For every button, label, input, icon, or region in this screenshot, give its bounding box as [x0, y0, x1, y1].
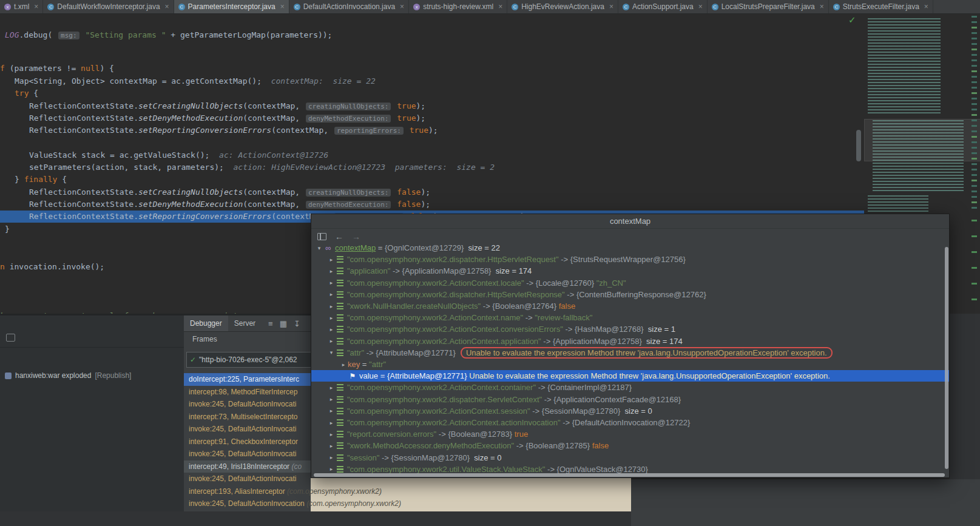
popup-vertical-scrollbar[interactable] — [945, 247, 948, 469]
variable-row[interactable]: ▾∞contextMap = {OgnlContext@12729} size … — [311, 242, 949, 254]
chevron-right-icon[interactable]: ▸ — [327, 420, 336, 426]
stripe-mark[interactable] — [972, 283, 977, 285]
stripe-mark[interactable] — [972, 49, 977, 50]
variable-row[interactable]: ▸"com.opensymphony.xwork2.ActionContext.… — [311, 277, 949, 289]
stripe-mark[interactable] — [972, 32, 977, 34]
variable-row[interactable]: ▸"xwork.MethodAccessor.denyMethodExecuti… — [311, 440, 949, 451]
chevron-right-icon[interactable]: ▸ — [327, 268, 336, 274]
tab-close-icon[interactable]: × — [34, 2, 38, 11]
frame-row[interactable]: invoke:245, DefaultActionInvocati — [184, 448, 311, 460]
stripe-mark[interactable] — [972, 92, 977, 94]
variable-row[interactable]: ▸"xwork.NullHandler.createNullObjects" -… — [311, 300, 949, 312]
editor-vertical-scrollbar[interactable] — [856, 130, 861, 161]
variable-row[interactable]: ▸"com.opensymphony.xwork2.ActionContext.… — [311, 405, 949, 417]
editor-tab[interactable]: CHighEvReviewAction.java× — [507, 0, 618, 13]
stripe-mark[interactable] — [972, 16, 977, 18]
editor-tab[interactable]: CDefaultActionInvocation.java× — [289, 0, 409, 13]
thread-selector[interactable]: ✓ "http-bio-7026-exec-5"@2,062 — [186, 352, 312, 368]
chevron-right-icon[interactable]: ▸ — [327, 396, 336, 402]
layout-icon[interactable]: ▦ — [280, 319, 287, 328]
chevron-right-icon[interactable]: ▸ — [327, 326, 336, 332]
chevron-right-icon[interactable]: ▸ — [327, 443, 336, 449]
chevron-right-icon[interactable]: ▸ — [327, 454, 336, 460]
variable-row[interactable]: ▾"attr" -> {AttributeMap@12771}Unable to… — [311, 347, 949, 359]
frame-row[interactable]: intercept:73, MultiselectIntercepto — [184, 411, 311, 423]
frame-row[interactable]: invoke:245, DefaultActionInvocati — [184, 423, 311, 436]
stripe-mark[interactable] — [972, 109, 977, 110]
chevron-right-icon[interactable]: ▸ — [327, 385, 336, 391]
chevron-right-icon[interactable]: ▸ — [327, 466, 336, 472]
chevron-right-icon[interactable]: ▸ — [327, 257, 336, 263]
stripe-mark[interactable] — [972, 70, 977, 72]
variable-row[interactable]: ▸"com.opensymphony.xwork2.ActionContext.… — [311, 382, 949, 393]
variable-row[interactable]: ▸"com.opensymphony.xwork2.ActionContext.… — [311, 312, 949, 323]
tab-server[interactable]: Server — [228, 315, 262, 331]
stripe-mark[interactable] — [972, 158, 977, 160]
tab-close-icon[interactable]: × — [820, 2, 824, 11]
download-icon[interactable]: ↧ — [294, 319, 300, 328]
stripe-mark[interactable] — [972, 87, 977, 89]
variable-row[interactable]: ▸key = "attr" — [311, 359, 949, 370]
stripe-mark[interactable] — [972, 207, 977, 209]
editor-tab[interactable]: xt.xml× — [0, 0, 43, 13]
services-toolbar-icon[interactable] — [6, 334, 15, 342]
variables-popup[interactable]: contextMap ← → ▾∞contextMap = {OgnlConte… — [311, 214, 950, 478]
frame-row[interactable]: invoke:245, DefaultActionInvocation (com… — [184, 497, 631, 510]
editor-tab[interactable]: CStrutsExecuteFilter.java× — [829, 0, 933, 13]
panel-icon[interactable] — [317, 233, 326, 240]
variable-row[interactable]: ▸"application" -> {ApplicationMap@12758}… — [311, 265, 949, 277]
stripe-mark[interactable] — [972, 141, 977, 143]
chevron-down-icon[interactable]: ▾ — [327, 349, 336, 356]
frame-row[interactable]: invoke:245, DefaultActionInvocati — [184, 398, 311, 411]
frame-row[interactable]: intercept:193, AliasInterceptor (com.ope… — [184, 485, 631, 498]
stripe-mark[interactable] — [972, 76, 977, 78]
variable-row[interactable]: ▸"com.opensymphony.xwork2.ActionContext.… — [311, 323, 949, 335]
chevron-right-icon[interactable]: ▸ — [327, 315, 336, 321]
stripe-mark[interactable] — [972, 136, 977, 138]
stripe-mark[interactable] — [972, 103, 977, 105]
tab-close-icon[interactable]: × — [280, 2, 285, 11]
stripe-mark[interactable] — [972, 267, 977, 269]
stripe-mark[interactable] — [972, 185, 977, 187]
tab-close-icon[interactable]: × — [924, 2, 928, 11]
variable-row[interactable]: ▸"com.opensymphony.xwork2.dispatcher.Htt… — [311, 289, 949, 300]
editor-tab[interactable]: CLocalStrutsPrepareFilter.java× — [708, 0, 829, 13]
variable-row[interactable]: ▸"com.opensymphony.xwork2.dispatcher.Ser… — [311, 394, 949, 405]
stripe-mark[interactable] — [972, 125, 977, 127]
frame-row[interactable]: intercept:98, MethodFilterIntercep — [184, 386, 311, 399]
stripe-mark[interactable] — [972, 21, 977, 23]
hamburger-icon[interactable]: ≡ — [268, 319, 273, 328]
tab-debugger[interactable]: Debugger — [184, 315, 228, 331]
chevron-right-icon[interactable]: ▸ — [327, 291, 336, 297]
chevron-right-icon[interactable]: ▸ — [327, 338, 336, 344]
tab-close-icon[interactable]: × — [498, 2, 502, 11]
chevron-right-icon[interactable]: ▸ — [327, 303, 336, 309]
stripe-mark[interactable] — [972, 130, 977, 132]
stripe-mark[interactable] — [972, 120, 977, 121]
variable-row[interactable]: ▸"session" -> {SessionMap@12780} size = … — [311, 452, 949, 464]
stripe-mark[interactable] — [972, 201, 977, 203]
stripe-mark[interactable] — [972, 235, 977, 237]
tab-close-icon[interactable]: × — [609, 2, 613, 11]
minimap-viewport[interactable] — [864, 119, 980, 161]
chevron-down-icon[interactable]: ▾ — [315, 245, 323, 251]
stripe-mark[interactable] — [972, 98, 977, 99]
frame-row[interactable]: doIntercept:225, ParametersInterc — [184, 373, 311, 386]
stripe-mark[interactable] — [972, 114, 977, 116]
stripe-mark[interactable] — [972, 251, 977, 253]
stripe-mark[interactable] — [972, 43, 977, 45]
stripe-mark[interactable] — [972, 59, 977, 61]
stripe-mark[interactable] — [972, 147, 977, 149]
variable-row[interactable]: ▸"com.opensymphony.xwork2.ActionContext.… — [311, 335, 949, 347]
stripe-mark[interactable] — [972, 38, 977, 39]
frame-row[interactable]: intercept:91, CheckboxInterceptor — [184, 436, 311, 448]
stripe-mark[interactable] — [972, 180, 977, 181]
back-arrow-icon[interactable]: ← — [335, 232, 343, 241]
code-minimap[interactable] — [864, 13, 980, 214]
variable-row[interactable]: ▸"report.conversion.errors" -> {Boolean@… — [311, 428, 949, 440]
editor-tab[interactable]: CDefaultWorkflowInterceptor.java× — [43, 0, 174, 13]
variable-row[interactable]: ▸"com.opensymphony.xwork2.dispatcher.Htt… — [311, 254, 949, 265]
chevron-right-icon[interactable]: ▸ — [327, 280, 336, 286]
stripe-mark[interactable] — [972, 298, 977, 300]
tab-close-icon[interactable]: × — [698, 2, 703, 11]
